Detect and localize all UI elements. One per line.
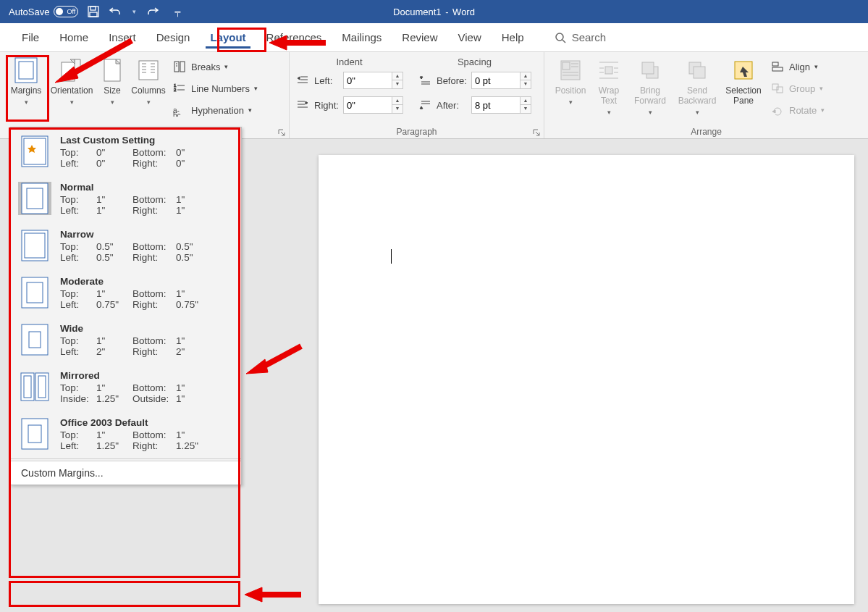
- columns-button[interactable]: Columns ▾: [127, 55, 169, 123]
- undo-chevron-icon[interactable]: ▾: [130, 5, 138, 18]
- qat-customize-icon[interactable]: ╤: [171, 5, 184, 18]
- tab-view[interactable]: View: [448, 23, 492, 51]
- spacing-heading: Spacing: [418, 56, 531, 67]
- group-label: Arrange: [544, 127, 868, 137]
- chevron-down-icon: ▾: [224, 63, 228, 70]
- svg-rect-63: [772, 62, 778, 66]
- page[interactable]: [319, 155, 854, 604]
- tab-help[interactable]: Help: [492, 23, 534, 51]
- text-cursor: [391, 249, 392, 264]
- svg-marker-67: [772, 110, 775, 113]
- send-backward-button[interactable]: Send Backward▾: [673, 55, 721, 123]
- spacing-before-input[interactable]: ▲▼: [471, 72, 531, 89]
- margin-option-title: Normal: [60, 182, 234, 193]
- svg-rect-83: [22, 419, 48, 449]
- chevron-down-icon: ▾: [607, 109, 611, 116]
- align-button[interactable]: Align ▾: [770, 56, 825, 77]
- spin-down-icon[interactable]: ▼: [392, 80, 403, 88]
- margins-option-normal[interactable]: NormalTop:1"Bottom:1"Left:1"Right:1": [11, 175, 241, 222]
- dialog-launcher-icon[interactable]: [532, 127, 541, 135]
- search-icon: [555, 32, 566, 43]
- spacing-after-field[interactable]: [471, 96, 521, 114]
- margins-button[interactable]: Margins ▾: [6, 55, 46, 123]
- group-objects-button[interactable]: Group ▾: [770, 78, 825, 98]
- tab-references[interactable]: References: [256, 23, 332, 51]
- chevron-down-icon: ▾: [248, 106, 252, 114]
- columns-icon: [136, 58, 161, 83]
- tab-insert[interactable]: Insert: [98, 23, 146, 51]
- svg-rect-79: [21, 373, 34, 401]
- indent-right-field[interactable]: [343, 96, 392, 114]
- indent-heading: Indent: [295, 56, 403, 67]
- margins-option-narrow[interactable]: NarrowTop:0.5"Bottom:0.5"Left:0.5"Right:…: [11, 222, 241, 269]
- chevron-down-icon: ▾: [821, 106, 825, 114]
- hyphenation-button[interactable]: a-bc Hyphenation ▾: [172, 100, 258, 120]
- chevron-down-icon: ▾: [111, 98, 114, 106]
- tab-design[interactable]: Design: [146, 23, 201, 51]
- page-margin-icon: [18, 276, 51, 309]
- selection-pane-icon: [731, 58, 756, 83]
- bring-forward-button[interactable]: Bring Forward▾: [627, 55, 673, 123]
- svg-rect-80: [35, 373, 49, 401]
- margin-option-title: Moderate: [60, 276, 234, 287]
- indent-right-input[interactable]: ▲▼: [343, 96, 403, 114]
- orientation-button[interactable]: Orientation ▾: [46, 55, 97, 123]
- line-numbers-button[interactable]: 12 Line Numbers ▾: [172, 78, 258, 98]
- chevron-down-icon: ▾: [70, 98, 74, 106]
- svg-text:bc: bc: [173, 112, 181, 117]
- orientation-icon: [59, 58, 84, 83]
- margins-option-moderate[interactable]: ModerateTop:1"Bottom:1"Left:0.75"Right:0…: [11, 269, 241, 316]
- tab-layout[interactable]: Layout: [200, 23, 256, 51]
- svg-text:2: 2: [174, 88, 177, 92]
- wrap-text-button[interactable]: Wrap Text▾: [591, 55, 627, 123]
- indent-left-input[interactable]: ▲▼: [343, 72, 403, 89]
- chevron-down-icon: ▾: [649, 109, 652, 116]
- spin-down-icon[interactable]: ▼: [521, 105, 531, 113]
- indent-left-label: Left:: [295, 70, 339, 91]
- svg-rect-9: [139, 61, 158, 80]
- spacing-before-field[interactable]: [471, 72, 521, 89]
- svg-rect-58: [642, 62, 654, 74]
- size-button[interactable]: Size ▾: [97, 55, 127, 123]
- autosave-toggle[interactable]: AutoSave Off: [9, 6, 78, 17]
- margins-option-mirrored[interactable]: MirroredTop:1"Bottom:1"Inside:1.25"Outsi…: [11, 363, 241, 410]
- quick-access-toolbar: AutoSave Off ▾ ╤: [0, 5, 184, 18]
- svg-point-3: [556, 33, 563, 41]
- margins-option-wide[interactable]: WideTop:1"Bottom:1"Left:2"Right:2": [11, 316, 241, 363]
- tab-home[interactable]: Home: [49, 23, 98, 51]
- toggle-switch-icon[interactable]: Off: [54, 6, 78, 17]
- chevron-down-icon: ▾: [819, 85, 823, 92]
- tab-review[interactable]: Review: [392, 23, 447, 51]
- indent-left-field[interactable]: [343, 72, 392, 89]
- svg-line-4: [562, 40, 565, 43]
- margins-option-last-custom-setting[interactable]: Last Custom SettingTop:0"Bottom:0"Left:0…: [11, 127, 241, 175]
- selection-pane-button[interactable]: Selection Pane: [721, 55, 766, 123]
- document-canvas[interactable]: [246, 141, 868, 612]
- spin-up-icon[interactable]: ▲: [392, 72, 403, 80]
- search-box[interactable]: Search: [534, 23, 607, 51]
- spin-down-icon[interactable]: ▼: [521, 80, 531, 88]
- margin-option-title: Office 2003 Default: [60, 417, 234, 428]
- redo-icon[interactable]: [146, 5, 159, 18]
- spin-up-icon[interactable]: ▲: [521, 97, 531, 105]
- tab-file[interactable]: File: [12, 23, 49, 51]
- spacing-after-input[interactable]: ▲▼: [471, 96, 531, 114]
- position-button[interactable]: Position▾: [550, 55, 591, 123]
- line-numbers-icon: 12: [172, 81, 187, 96]
- group-page-setup: Margins ▾ Orientation ▾ Size ▾: [0, 52, 290, 138]
- save-icon[interactable]: [87, 5, 100, 18]
- spin-up-icon[interactable]: ▲: [521, 72, 531, 80]
- tab-mailings[interactable]: Mailings: [332, 23, 392, 51]
- undo-icon[interactable]: [109, 5, 122, 18]
- dialog-launcher-icon[interactable]: [277, 127, 286, 135]
- rotate-button[interactable]: Rotate ▾: [770, 100, 825, 120]
- svg-rect-2: [90, 12, 97, 17]
- breaks-button[interactable]: Breaks ▾: [172, 56, 258, 77]
- title-bar: AutoSave Off ▾ ╤ Document1 - Word: [0, 0, 868, 23]
- custom-margins-button[interactable]: Custom Margins...: [11, 461, 241, 485]
- spin-down-icon[interactable]: ▼: [392, 105, 403, 113]
- margins-option-office-2003-default[interactable]: Office 2003 DefaultTop:1"Bottom:1"Left:1…: [11, 410, 241, 457]
- spin-up-icon[interactable]: ▲: [392, 97, 403, 105]
- annotation-box: [9, 581, 240, 607]
- svg-rect-68: [22, 136, 48, 167]
